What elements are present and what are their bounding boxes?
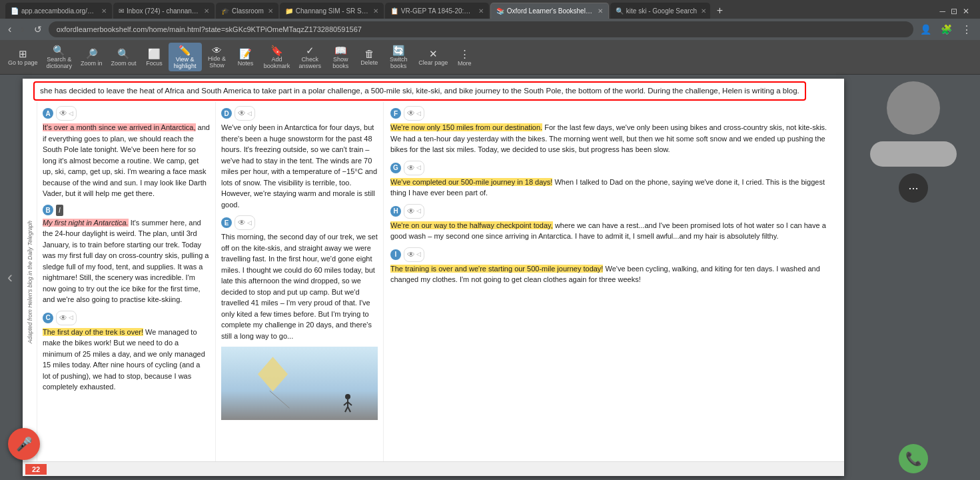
label-h-badge: H — [390, 206, 401, 217]
column-abc: A 👁 ◁ It's over a month since we arrived… — [37, 102, 216, 461]
zoom-in-button[interactable]: 🔎 Zoom in — [77, 46, 107, 69]
para-c-text: The first day of the trek is over! We ma… — [43, 327, 210, 393]
address-bar[interactable]: oxfordlearnerbookshelf.com/home/main.htm… — [49, 21, 913, 37]
svg-point-1 — [345, 394, 350, 399]
tab-t1[interactable]: 📄 app.acecambodia.org/Absenc... ✕ — [5, 3, 112, 19]
para-i-text: The training is over and we're starting … — [390, 263, 837, 285]
more-button[interactable]: ⋮ More — [452, 46, 476, 69]
view-highlight-label: View &highlight — [174, 57, 197, 70]
prev-page-button[interactable]: ‹ — [0, 75, 20, 480]
switch-books-button[interactable]: 🔄 Switchbooks — [383, 43, 414, 72]
tab-t2[interactable]: ✉ Inbox (724) - channang.sim@a... ✕ — [113, 3, 215, 19]
tab-favicon: ✉ — [119, 7, 124, 15]
more-label: More — [458, 60, 472, 67]
page-number-bar: 22 — [23, 461, 844, 476]
more-options-button[interactable]: ··· — [899, 173, 928, 203]
intro-content: she has decided to leave the heat of Afr… — [40, 87, 799, 95]
label-b-badge: B — [43, 205, 53, 215]
switch-books-icon: 🔄 — [392, 45, 405, 57]
notes-icon: 📝 — [239, 48, 252, 60]
eye-icon-i[interactable]: 👁 ◁ — [404, 247, 424, 262]
column-fghi: F 👁 ◁ We're now only 150 miles from our … — [384, 102, 844, 461]
eye-icon-g[interactable]: 👁 ◁ — [404, 161, 424, 175]
reload-button[interactable]: ↺ — [31, 23, 45, 36]
chrome-menu-icon[interactable]: ⋮ — [959, 22, 975, 37]
tab-t3[interactable]: 🎓 Classroom ✕ — [216, 3, 278, 19]
eye-icon-f[interactable]: 👁 ◁ — [404, 106, 424, 121]
delete-button[interactable]: 🗑 Delete — [356, 46, 382, 68]
focus-button[interactable]: ⬜ Focus — [141, 46, 168, 69]
avatar — [887, 81, 940, 135]
tab-label: Inbox (724) - channang.sim@a... — [127, 7, 200, 15]
para-b-text: My first night in Antarctica. It's summe… — [43, 217, 210, 305]
paragraph-h: H 👁 ◁ We're on our way to the halfway ch… — [390, 204, 837, 242]
search-dictionary-button[interactable]: 🔍 Search &dictionary — [43, 43, 77, 72]
clear-page-button[interactable]: ✕ Clear page — [414, 46, 452, 69]
eye-icon-d[interactable]: 👁 ◁ — [235, 106, 255, 121]
tab-t5[interactable]: 📋 VR-GEP TA 1845-20:15 24-T... ✕ — [385, 3, 489, 19]
eye-icon-a[interactable]: 👁 ◁ — [56, 106, 77, 121]
add-bookmark-button[interactable]: 🔖 Addbookmark — [260, 43, 294, 72]
zoom-out-label: Zoom out — [111, 60, 137, 67]
extensions-icon[interactable]: 🧩 — [938, 23, 955, 36]
notes-label: Notes — [238, 60, 254, 67]
tab-label: kite ski - Google Search — [626, 7, 697, 15]
new-tab-button[interactable]: + — [712, 3, 728, 19]
delete-label: Delete — [360, 59, 378, 66]
intro-text: she has decided to leave the heat of Afr… — [33, 81, 806, 101]
label-f-badge: F — [390, 108, 401, 119]
view-highlight-button[interactable]: ✏️ View &highlight — [169, 43, 202, 72]
tab-close-icon[interactable]: ✕ — [373, 7, 378, 15]
zoom-in-label: Zoom in — [81, 60, 103, 67]
main-content: ‹ she has decided to leave the heat of A… — [0, 75, 980, 480]
mic-icon: 🎤 — [16, 436, 33, 452]
tab-favicon: 📋 — [390, 7, 398, 15]
eye-icon-c[interactable]: 👁 ◁ — [56, 311, 77, 325]
mic-button[interactable]: 🎤 — [8, 428, 40, 460]
tab-close-icon[interactable]: ✕ — [598, 7, 603, 15]
tab-close-icon[interactable]: ✕ — [101, 7, 107, 15]
restore-button[interactable]: ⊡ — [951, 7, 957, 16]
notes-button[interactable]: 📝 Notes — [233, 46, 259, 69]
zoom-out-button[interactable]: 🔍 Zoom out — [107, 46, 141, 69]
show-books-button[interactable]: 📖 Showbooks — [326, 43, 355, 72]
intro-section: she has decided to leave the heat of Afr… — [23, 79, 844, 102]
close-button[interactable]: ✕ — [963, 7, 969, 16]
bookmark-icon: 🔖 — [270, 45, 283, 57]
page-number-badge: 22 — [25, 464, 47, 475]
back-button[interactable]: ‹ — [5, 22, 14, 37]
go-to-page-button[interactable]: ⊞ Go to page — [4, 46, 42, 69]
forward-button[interactable]: › — [18, 22, 27, 37]
check-answers-button[interactable]: ✓ Checkanswers — [294, 43, 325, 72]
tab-close-icon[interactable]: ✕ — [268, 7, 273, 15]
add-bookmark-label: Addbookmark — [264, 57, 290, 70]
book-page: she has decided to leave the heat of Afr… — [23, 79, 844, 476]
check-answers-label: Checkanswers — [298, 57, 321, 70]
hide-show-button[interactable]: 👁 Hide &Show — [203, 43, 232, 71]
clear-page-icon: ✕ — [429, 48, 438, 60]
nav-bar: ‹ › ↺ oxfordlearnerbookshelf.com/home/ma… — [0, 19, 980, 40]
minimize-button[interactable]: ─ — [939, 7, 945, 16]
call-button[interactable]: 📞 — [899, 444, 928, 473]
tab-t4[interactable]: 📁 Channang SIM - SR Shared Dr... ✕ — [280, 3, 384, 19]
para-c-highlight: The first day of the trek is over! — [43, 328, 143, 336]
hide-show-icon: 👁 — [212, 45, 222, 56]
go-to-page-label: Go to page — [8, 60, 38, 67]
profile-icon[interactable]: 👤 — [917, 23, 934, 36]
para-e-text: This morning, the second day of our trek… — [221, 231, 378, 341]
more-dots-icon: ··· — [908, 181, 918, 195]
para-h-highlight: We're on our way to the halfway checkpoi… — [390, 221, 553, 229]
page-sidebar: Adapted from Helen's blog in the Daily T… — [23, 102, 37, 461]
show-books-icon: 📖 — [334, 45, 347, 57]
tab-favicon: 📄 — [11, 7, 19, 15]
eye-icon-h[interactable]: 👁 ◁ — [404, 204, 424, 219]
focus-icon: ⬜ — [148, 48, 161, 60]
eye-icon-e[interactable]: 👁 ◁ — [235, 215, 255, 230]
tab-close-icon[interactable]: ✕ — [478, 7, 484, 15]
tab-close-icon[interactable]: ✕ — [701, 7, 706, 15]
tab-t7[interactable]: 🔍 kite ski - Google Search ✕ — [610, 3, 710, 19]
paragraph-e: E 👁 ◁ This morning, the second day of ou… — [221, 215, 378, 341]
tab-bar: 📄 app.acecambodia.org/Absenc... ✕ ✉ Inbo… — [0, 0, 980, 19]
tab-t6-active[interactable]: 📚 Oxford Learner's Bookshelf | e... ✕ — [490, 3, 609, 19]
tab-close-icon[interactable]: ✕ — [204, 7, 209, 15]
